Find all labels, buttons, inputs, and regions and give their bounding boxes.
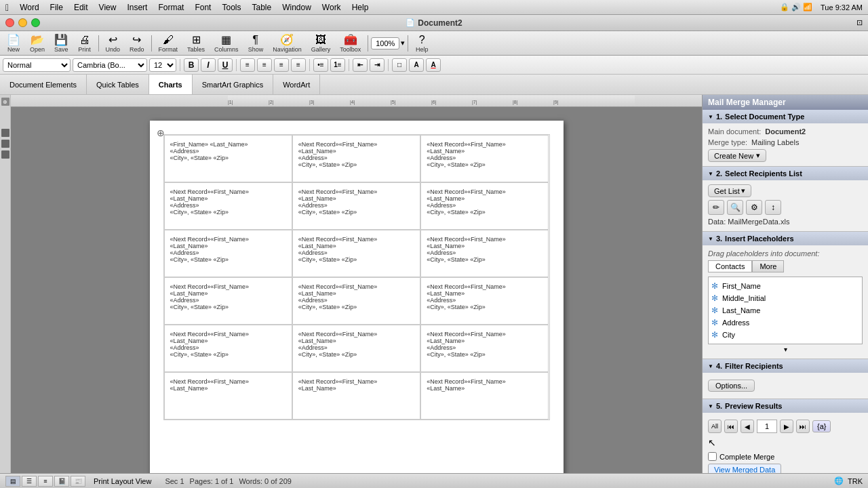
font-select[interactable]: Cambria (Bo... xyxy=(73,58,147,72)
preview-page-input[interactable] xyxy=(757,420,777,433)
navigation-button[interactable]: 🧭 Navigation xyxy=(269,32,306,54)
view-merged-button[interactable]: View Merged Data xyxy=(708,464,781,473)
numbered-list-button[interactable]: 1≡ xyxy=(330,58,345,72)
placeholder-middle-initial[interactable]: ✻ Middle_Initial xyxy=(711,292,859,304)
filter-recipients-button[interactable]: 🔍 xyxy=(727,200,743,215)
underline-button[interactable]: U xyxy=(218,58,233,72)
italic-button[interactable]: I xyxy=(201,58,216,72)
new-button[interactable]: 📄 New xyxy=(3,32,24,54)
edit-recipients-button[interactable]: ✏ xyxy=(708,200,724,215)
font-color-button[interactable]: A xyxy=(426,58,441,72)
save-button[interactable]: 💾 Save xyxy=(50,32,73,54)
recipients-sort-button[interactable]: ↕ xyxy=(765,200,781,215)
menu-file[interactable]: File xyxy=(50,3,63,12)
label-cell-1-1[interactable]: «First_Name» «Last_Name» «Address» «City… xyxy=(164,135,292,182)
tab-quick-tables[interactable]: Quick Tables xyxy=(87,75,149,94)
label-cell-6-2[interactable]: «Next Record»«First_Name» «Last_Name» xyxy=(292,372,420,420)
label-cell-6-3[interactable]: «Next Record»«First_Name» «Last_Name» xyxy=(420,372,549,420)
preview-abc-button[interactable]: {a} xyxy=(812,420,831,432)
section-3-header[interactable]: ▼ 3. Insert Placeholders xyxy=(703,232,868,245)
section-4-header[interactable]: ▼ 4. Filter Recipients xyxy=(703,359,868,373)
recipients-options-button[interactable]: ⚙ xyxy=(746,200,762,215)
menu-format[interactable]: Format xyxy=(158,3,184,12)
align-justify-button[interactable]: ≡ xyxy=(291,58,306,72)
preview-last-button[interactable]: ⏭ xyxy=(796,420,810,433)
tab-document-elements[interactable]: Document Elements xyxy=(0,75,87,94)
label-cell-4-1[interactable]: «Next Record»«First_Name» «Last_Name» «A… xyxy=(164,277,292,325)
contacts-tab[interactable]: Contacts xyxy=(708,260,752,272)
preview-first-button[interactable]: ⏮ xyxy=(724,420,738,433)
section-2-header[interactable]: ▼ 2. Select Recipients List xyxy=(703,167,868,180)
placeholder-first-name[interactable]: ✻ First_Name xyxy=(711,280,859,292)
label-cell-6-1[interactable]: «Next Record»«First_Name» «Last_Name» xyxy=(164,372,292,420)
label-cell-3-3[interactable]: «Next Record»«First_Name» «Last_Name» «A… xyxy=(420,230,549,277)
menu-view[interactable]: View xyxy=(99,3,117,12)
section-1-header[interactable]: ▼ 1. Select Document Type xyxy=(703,110,868,123)
align-left-button[interactable]: ≡ xyxy=(240,58,255,72)
menu-word[interactable]: Word xyxy=(20,3,39,12)
label-cell-5-2[interactable]: «Next Record»«First_Name» «Last_Name» «A… xyxy=(292,325,420,372)
publishing-view-button[interactable]: 📰 xyxy=(71,476,85,487)
menu-work[interactable]: Work xyxy=(322,3,341,12)
columns-button[interactable]: ▦ Columns xyxy=(210,32,243,54)
scroll-down-button[interactable]: ▾ xyxy=(708,344,863,354)
border-button[interactable]: □ xyxy=(392,58,407,72)
align-center-button[interactable]: ≡ xyxy=(257,58,272,72)
print-layout-button[interactable]: ▤ xyxy=(5,476,20,487)
label-cell-2-1[interactable]: «Next Record»«First_Name» «Last_Name» «A… xyxy=(164,182,292,230)
placeholder-address[interactable]: ✻ Address xyxy=(711,317,859,329)
maximize-button[interactable] xyxy=(31,18,40,27)
titlebar-zoom-btn[interactable]: ⊡ xyxy=(856,18,863,27)
print-layout-label[interactable]: Print Layout View xyxy=(94,477,151,485)
document-scroll[interactable]: ⊕ «First_Name» «Last_Name» «Address» «Ci… xyxy=(11,107,702,473)
undo-button[interactable]: ↩ Undo xyxy=(102,32,125,54)
more-tab[interactable]: More xyxy=(752,260,784,272)
placeholder-last-name[interactable]: ✻ Last_Name xyxy=(711,304,859,317)
tab-wordart[interactable]: WordArt xyxy=(273,75,320,94)
label-cell-3-2[interactable]: «Next Record»«First_Name» «Last_Name» «A… xyxy=(292,230,420,277)
tab-smartart[interactable]: SmartArt Graphics xyxy=(193,75,273,94)
label-cell-2-2[interactable]: «Next Record»«First_Name» «Last_Name» «A… xyxy=(292,182,420,230)
outline-view-button[interactable]: ☰ xyxy=(22,476,37,487)
preview-prev-button[interactable]: ◀ xyxy=(741,420,754,433)
gallery-button[interactable]: 🖼 Gallery xyxy=(307,33,335,54)
menu-help[interactable]: Help xyxy=(352,3,369,12)
placeholder-city[interactable]: ✻ City xyxy=(711,329,859,341)
bullet-list-button[interactable]: •≡ xyxy=(313,58,328,72)
toolbox-button[interactable]: 🧰 Toolbox xyxy=(336,32,365,54)
help-button[interactable]: ? Help xyxy=(411,33,433,54)
menu-window[interactable]: Window xyxy=(282,3,311,12)
tab-charts[interactable]: Charts xyxy=(149,75,193,94)
style-select[interactable]: Normal xyxy=(3,58,71,72)
open-button[interactable]: 📂 Open xyxy=(26,32,49,54)
draft-view-button[interactable]: ≡ xyxy=(38,476,53,487)
label-cell-2-3[interactable]: «Next Record»«First_Name» «Last_Name» «A… xyxy=(420,182,549,230)
complete-merge-checkbox[interactable] xyxy=(708,452,717,461)
decrease-indent-button[interactable]: ⇤ xyxy=(353,58,368,72)
format-paint-button[interactable]: 🖌 Format xyxy=(155,33,182,54)
create-new-button[interactable]: Create New ▾ xyxy=(708,149,766,162)
increase-indent-button[interactable]: ⇥ xyxy=(370,58,384,72)
preview-next-button[interactable]: ▶ xyxy=(780,420,793,433)
tables-button[interactable]: ⊞ Tables xyxy=(183,32,209,54)
align-right-button[interactable]: ≡ xyxy=(274,58,289,72)
menu-table[interactable]: Table xyxy=(252,3,271,12)
redo-button[interactable]: ↪ Redo xyxy=(125,32,149,54)
close-button[interactable] xyxy=(5,18,14,27)
highlight-button[interactable]: A xyxy=(409,58,424,72)
label-cell-4-2[interactable]: «Next Record»«First_Name» «Last_Name» «A… xyxy=(292,277,420,325)
label-cell-1-3[interactable]: «Next Record»«First_Name» «Last_Name» «A… xyxy=(420,135,549,182)
label-cell-3-1[interactable]: «Next Record»«First_Name» «Last_Name» «A… xyxy=(164,230,292,277)
zoom-dropdown-icon[interactable]: ▾ xyxy=(401,39,405,47)
label-cell-4-3[interactable]: «Next Record»«First_Name» «Last_Name» «A… xyxy=(420,277,549,325)
menu-edit[interactable]: Edit xyxy=(74,3,88,12)
minimize-button[interactable] xyxy=(18,18,27,27)
size-select[interactable]: 12 xyxy=(149,58,176,72)
show-button[interactable]: ¶ Show xyxy=(244,33,268,54)
notebook-view-button[interactable]: 📓 xyxy=(54,476,69,487)
menu-insert[interactable]: Insert xyxy=(127,3,147,12)
apple-menu[interactable]:  xyxy=(5,2,9,13)
label-cell-5-3[interactable]: «Next Record»«First_Name» «Last_Name» «A… xyxy=(420,325,549,372)
print-button[interactable]: 🖨 Print xyxy=(74,33,96,54)
section-5-header[interactable]: ▼ 5. Preview Results xyxy=(703,399,868,413)
